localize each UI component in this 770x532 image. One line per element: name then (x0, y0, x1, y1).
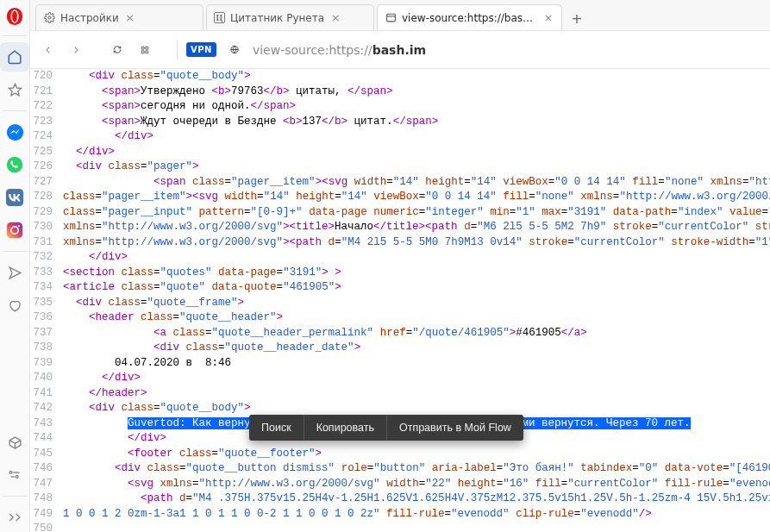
favicon-icon: Ц (214, 12, 225, 23)
address-bar: VPN view-source:https://bash.im (30, 31, 770, 69)
svg-rect-16 (146, 50, 148, 53)
line-gutter: 7207217227237247257267277287297307317327… (30, 69, 58, 532)
main-area: Настройки × Ц Цитатник Рунета × view-sou… (30, 0, 770, 532)
svg-point-9 (9, 471, 12, 473)
instagram-icon[interactable] (0, 216, 29, 245)
send-icon[interactable] (0, 258, 29, 287)
settings-icon[interactable] (0, 460, 29, 490)
svg-rect-14 (146, 47, 148, 49)
tab-bash[interactable]: Ц Цитатник Рунета × (206, 4, 374, 30)
bookmarks-icon[interactable] (0, 75, 29, 104)
ctx-flow[interactable]: Отправить в Мой Flow (387, 415, 523, 441)
collapse-icon[interactable] (0, 503, 29, 532)
svg-point-8 (18, 225, 20, 227)
svg-rect-15 (141, 50, 144, 53)
tab-settings[interactable]: Настройки × (35, 4, 203, 30)
opera-logo[interactable] (3, 5, 26, 28)
vk-icon[interactable] (0, 183, 29, 212)
url-display[interactable]: view-source:https://bash.im (253, 43, 770, 57)
context-menu: Поиск Копировать Отправить в Мой Flow (249, 415, 523, 441)
tab-bar: Настройки × Ц Цитатник Рунета × view-sou… (30, 0, 770, 31)
ctx-search[interactable]: Поиск (249, 415, 304, 441)
source-view[interactable]: 7207217227237247257267277287297307317327… (30, 69, 770, 532)
sidebar (0, 0, 30, 532)
svg-rect-12 (386, 14, 395, 22)
site-info-icon[interactable] (225, 41, 244, 59)
close-icon[interactable]: × (542, 12, 554, 24)
svg-point-11 (47, 16, 50, 19)
reload-button[interactable] (108, 41, 127, 59)
svg-point-2 (12, 11, 17, 22)
ctx-copy[interactable]: Копировать (304, 415, 386, 441)
close-icon[interactable]: × (124, 12, 136, 24)
forward-button[interactable] (66, 41, 85, 59)
close-icon[interactable]: × (329, 12, 341, 24)
source-code[interactable]: <div class="quote__body"> <span>Утвержде… (58, 69, 770, 532)
speeddial-button[interactable] (135, 41, 154, 59)
svg-point-10 (16, 475, 18, 478)
tab-title: view-source:https://bash.im (402, 12, 537, 24)
favicon-icon (385, 12, 397, 24)
speed-dial-icon[interactable] (0, 42, 29, 72)
tab-title: Цитатник Рунета (230, 12, 324, 24)
extensions-icon[interactable] (0, 428, 29, 457)
tab-title: Настройки (60, 12, 119, 24)
personal-news-icon[interactable] (0, 291, 29, 320)
tab-viewsource[interactable]: view-source:https://bash.im × (377, 4, 562, 30)
messenger-icon[interactable] (0, 117, 29, 147)
svg-point-4 (7, 157, 22, 172)
new-tab-button[interactable]: + (565, 6, 589, 30)
back-button[interactable] (39, 41, 58, 59)
svg-rect-13 (141, 47, 144, 49)
gear-icon (43, 12, 55, 24)
svg-rect-6 (7, 222, 22, 238)
vpn-badge[interactable]: VPN (186, 42, 216, 57)
whatsapp-icon[interactable] (0, 150, 29, 179)
